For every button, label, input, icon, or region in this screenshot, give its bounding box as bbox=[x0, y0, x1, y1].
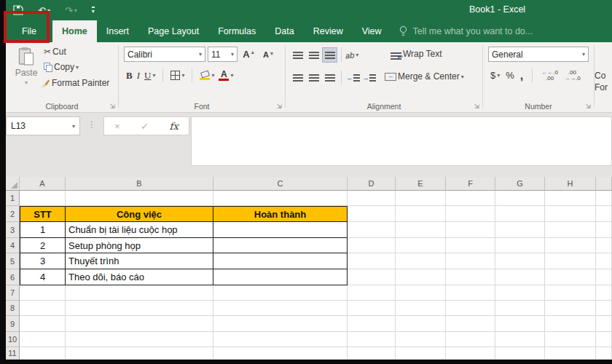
redo-button[interactable]: ↷▾ bbox=[65, 5, 77, 16]
cell[interactable] bbox=[596, 222, 612, 238]
cell[interactable] bbox=[20, 347, 66, 360]
alignment-dialog-launcher-icon[interactable]: ⇲ bbox=[474, 103, 479, 110]
cell[interactable] bbox=[348, 222, 396, 238]
cell[interactable] bbox=[545, 269, 596, 285]
cell[interactable] bbox=[446, 253, 495, 269]
cell[interactable] bbox=[396, 347, 446, 360]
top-align-button[interactable] bbox=[290, 47, 305, 63]
cell[interactable] bbox=[596, 316, 612, 332]
cell[interactable] bbox=[213, 191, 348, 206]
column-header[interactable]: C bbox=[213, 177, 348, 191]
cell[interactable] bbox=[545, 285, 596, 301]
cell[interactable] bbox=[396, 269, 446, 285]
table-cell[interactable]: Setup phòng họp bbox=[66, 238, 213, 253]
cell[interactable] bbox=[396, 316, 446, 332]
align-center-button[interactable] bbox=[306, 70, 321, 85]
number-format-combo[interactable]: General ▾ bbox=[488, 47, 589, 62]
cell[interactable] bbox=[545, 253, 596, 269]
number-dialog-launcher-icon[interactable]: ⇲ bbox=[585, 103, 591, 110]
save-button[interactable] bbox=[13, 5, 23, 15]
cell[interactable] bbox=[596, 206, 612, 222]
cell[interactable] bbox=[596, 238, 612, 253]
table-cell[interactable] bbox=[213, 238, 348, 253]
comma-style-button[interactable]: , bbox=[520, 69, 523, 82]
cell[interactable] bbox=[495, 222, 545, 238]
cell[interactable] bbox=[545, 238, 596, 253]
cell[interactable] bbox=[545, 191, 596, 206]
cell[interactable] bbox=[20, 285, 66, 301]
table-header-cell[interactable]: STT bbox=[20, 206, 66, 222]
tab-review[interactable]: Review bbox=[304, 20, 353, 42]
cell[interactable] bbox=[446, 347, 495, 360]
format-painter-button[interactable]: Format Painter bbox=[41, 78, 109, 88]
cell[interactable] bbox=[596, 301, 612, 316]
merge-center-button[interactable]: ↔ Merge & Center ▾ bbox=[385, 71, 464, 82]
cell[interactable] bbox=[545, 332, 596, 347]
cell[interactable] bbox=[348, 238, 396, 253]
cell[interactable] bbox=[20, 316, 66, 332]
column-header[interactable]: E bbox=[396, 177, 446, 191]
cell[interactable] bbox=[348, 206, 396, 222]
cell[interactable] bbox=[213, 347, 348, 360]
cell[interactable] bbox=[495, 347, 545, 360]
cell[interactable] bbox=[66, 191, 213, 206]
table-cell[interactable]: 1 bbox=[20, 222, 66, 238]
column-header[interactable]: G bbox=[495, 177, 545, 191]
cell[interactable] bbox=[396, 238, 446, 253]
cell[interactable] bbox=[446, 332, 495, 347]
cell[interactable] bbox=[213, 301, 348, 316]
cell[interactable] bbox=[348, 253, 396, 269]
row-header[interactable]: 3 bbox=[6, 222, 20, 238]
cell[interactable] bbox=[213, 332, 348, 347]
cell[interactable] bbox=[596, 347, 612, 360]
name-box-resize-handle[interactable]: ⋮ bbox=[87, 119, 96, 130]
increase-decimal-button[interactable]: ←←.0.00 bbox=[541, 70, 558, 82]
font-name-combo[interactable]: Calibri ▾ bbox=[124, 47, 205, 62]
cell[interactable] bbox=[495, 301, 545, 316]
row-header[interactable]: 1 bbox=[6, 191, 20, 206]
tab-file[interactable]: File bbox=[6, 20, 52, 42]
underline-button[interactable]: U ▾ bbox=[144, 70, 155, 82]
row-header[interactable]: 5 bbox=[6, 253, 20, 269]
name-box[interactable]: L13 ▾ bbox=[6, 116, 80, 135]
cell[interactable] bbox=[446, 301, 495, 316]
row-header[interactable]: 6 bbox=[6, 269, 20, 285]
table-cell[interactable]: Theo dõi, báo cáo bbox=[66, 269, 213, 285]
table-cell[interactable] bbox=[213, 269, 348, 285]
cell[interactable] bbox=[495, 191, 545, 206]
column-header[interactable] bbox=[596, 177, 612, 191]
cell[interactable] bbox=[396, 285, 446, 301]
row-header[interactable]: 10 bbox=[6, 332, 20, 347]
cell[interactable] bbox=[66, 332, 213, 347]
cell[interactable] bbox=[396, 222, 446, 238]
cell[interactable] bbox=[396, 332, 446, 347]
bottom-align-button[interactable] bbox=[322, 47, 337, 63]
increase-indent-button[interactable]: → bbox=[361, 70, 377, 85]
clipboard-dialog-launcher-icon[interactable]: ⇲ bbox=[109, 103, 115, 110]
tab-view[interactable]: View bbox=[353, 20, 391, 42]
row-header[interactable]: 7 bbox=[6, 285, 20, 301]
table-cell[interactable] bbox=[213, 253, 348, 269]
cell[interactable] bbox=[446, 206, 495, 222]
cell[interactable] bbox=[446, 285, 495, 301]
cell[interactable] bbox=[66, 285, 213, 301]
cell[interactable] bbox=[545, 206, 596, 222]
cell[interactable] bbox=[545, 301, 596, 316]
row-header[interactable]: 2 bbox=[6, 206, 20, 222]
cell[interactable] bbox=[446, 191, 495, 206]
cell[interactable] bbox=[348, 332, 396, 347]
cell[interactable] bbox=[545, 347, 596, 360]
enter-icon[interactable]: ✓ bbox=[141, 121, 149, 132]
cell[interactable] bbox=[446, 222, 495, 238]
column-header[interactable]: D bbox=[348, 177, 396, 191]
cell[interactable] bbox=[446, 316, 495, 332]
decrease-indent-button[interactable]: ← bbox=[345, 70, 361, 85]
bold-button[interactable]: B bbox=[126, 70, 133, 82]
align-right-button[interactable] bbox=[322, 70, 337, 85]
cell[interactable] bbox=[596, 332, 612, 347]
cell[interactable] bbox=[596, 269, 612, 285]
cell[interactable] bbox=[20, 332, 66, 347]
cell[interactable] bbox=[66, 316, 213, 332]
row-header[interactable]: 11 bbox=[6, 347, 20, 360]
cell[interactable] bbox=[213, 285, 348, 301]
